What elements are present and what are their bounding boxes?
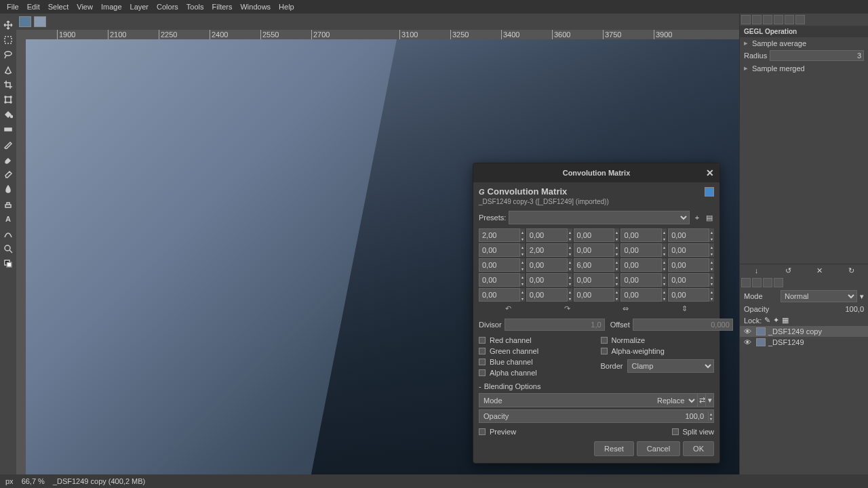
rect-select-tool-icon[interactable] — [1, 33, 15, 47]
spinner-icon[interactable]: ▴▾ — [614, 273, 619, 287]
spinner-icon[interactable]: ▴▾ — [520, 273, 525, 287]
bucket-fill-tool-icon[interactable] — [1, 108, 15, 121]
unit-selector[interactable]: px — [5, 477, 14, 485]
panel-tab-icon[interactable] — [774, 15, 783, 24]
opacity-spinner[interactable]: ▴▾ — [708, 411, 713, 421]
matrix-input[interactable] — [668, 258, 709, 272]
opacity-value[interactable]: 100,0 — [781, 305, 864, 313]
layer-delete-icon[interactable]: ✕ — [815, 266, 825, 275]
fuzzy-select-tool-icon[interactable] — [1, 63, 15, 77]
rotate-right-icon[interactable]: ↷ — [564, 304, 570, 313]
spinner-icon[interactable]: ▴▾ — [662, 228, 667, 242]
preset-add-icon[interactable]: + — [692, 213, 702, 222]
matrix-input[interactable] — [526, 288, 568, 302]
visibility-icon[interactable]: 👁 — [744, 327, 753, 336]
visibility-icon[interactable]: 👁 — [744, 338, 753, 346]
spinner-icon[interactable]: ▴▾ — [520, 258, 525, 272]
lasso-tool-icon[interactable] — [1, 48, 15, 62]
menu-colors[interactable]: Colors — [153, 1, 182, 12]
close-icon[interactable]: ✕ — [706, 167, 714, 178]
menu-windows[interactable]: Windows — [236, 1, 275, 12]
spinner-icon[interactable]: ▴▾ — [662, 273, 667, 287]
zoom-tool-icon[interactable] — [1, 242, 15, 256]
canvas-thumb-icon[interactable] — [34, 16, 46, 27]
matrix-input[interactable] — [574, 288, 615, 302]
lock-position-icon[interactable]: ✦ — [773, 316, 779, 325]
menu-help[interactable]: Help — [275, 1, 298, 12]
matrix-input[interactable] — [479, 288, 520, 302]
menu-file[interactable]: File — [3, 1, 23, 12]
lock-pixels-icon[interactable]: ✎ — [764, 316, 770, 325]
ok-button[interactable]: OK — [683, 441, 714, 456]
green-channel-checkbox[interactable] — [479, 348, 486, 354]
blend-opacity-row[interactable]: Opacity 100,0 ▴▾ — [479, 409, 714, 423]
text-tool-icon[interactable]: A — [1, 212, 15, 226]
radius-input[interactable] — [770, 50, 864, 61]
matrix-input[interactable] — [574, 228, 615, 242]
layer-reset-icon[interactable]: ↺ — [783, 266, 793, 275]
eraser-tool-icon[interactable] — [1, 167, 15, 181]
matrix-input[interactable] — [526, 258, 568, 272]
menu-filters[interactable]: Filters — [208, 1, 237, 12]
rotate-left-icon[interactable]: ↶ — [505, 304, 511, 313]
dialog-titlebar[interactable]: Convolution Matrix ✕ — [473, 163, 719, 182]
menu-tools[interactable]: Tools — [182, 1, 208, 12]
spinner-icon[interactable]: ▴▾ — [662, 243, 667, 257]
layers-tab-icon[interactable] — [741, 278, 751, 287]
blue-channel-checkbox[interactable] — [479, 359, 486, 365]
brush-tool-icon[interactable] — [1, 152, 15, 166]
matrix-input[interactable] — [620, 243, 662, 257]
matrix-input[interactable] — [479, 228, 520, 242]
spinner-icon[interactable]: ▴▾ — [709, 288, 714, 302]
panel-tab-icon[interactable] — [763, 15, 772, 24]
matrix-input[interactable] — [526, 243, 568, 257]
spinner-icon[interactable]: ▴▾ — [568, 288, 572, 302]
presets-select[interactable] — [509, 211, 690, 224]
path-tool-icon[interactable] — [1, 227, 15, 241]
matrix-input[interactable] — [479, 243, 520, 257]
blend-switch-icon[interactable]: ⇄ — [697, 394, 705, 407]
spinner-icon[interactable]: ▴▾ — [520, 228, 525, 242]
transform-tool-icon[interactable] — [1, 93, 15, 106]
spinner-icon[interactable]: ▴▾ — [520, 288, 525, 302]
menu-edit[interactable]: Edit — [23, 1, 44, 12]
spinner-icon[interactable]: ▴▾ — [520, 243, 525, 257]
divisor-input[interactable] — [505, 319, 605, 331]
matrix-input[interactable] — [620, 228, 662, 242]
border-select[interactable]: Clamp — [627, 359, 714, 373]
lock-alpha-icon[interactable]: ▦ — [782, 316, 789, 325]
spinner-icon[interactable]: ▴▾ — [709, 273, 714, 287]
collapse-icon[interactable]: - — [479, 382, 481, 390]
spinner-icon[interactable]: ▴▾ — [614, 258, 619, 272]
cancel-button[interactable]: Cancel — [637, 441, 680, 456]
mode-extra-icon[interactable]: ▾ — [860, 292, 864, 301]
color-swatch-icon[interactable] — [1, 257, 15, 270]
pencil-tool-icon[interactable] — [1, 138, 15, 151]
split-view-checkbox[interactable] — [672, 428, 679, 435]
undo-tab-icon[interactable] — [774, 278, 783, 287]
layer-new-icon[interactable]: ↓ — [751, 266, 761, 275]
matrix-input[interactable] — [479, 273, 520, 287]
flip-v-icon[interactable]: ⇕ — [682, 304, 688, 313]
matrix-input[interactable] — [526, 273, 568, 287]
spinner-icon[interactable]: ▴▾ — [568, 243, 572, 257]
preview-color-icon[interactable] — [705, 187, 714, 197]
matrix-input[interactable] — [479, 258, 520, 272]
menu-layer[interactable]: Layer — [126, 1, 153, 12]
red-channel-checkbox[interactable] — [479, 337, 486, 344]
menu-select[interactable]: Select — [44, 1, 73, 12]
gradient-tool-icon[interactable] — [1, 123, 15, 136]
spinner-icon[interactable]: ▴▾ — [662, 258, 667, 272]
channels-tab-icon[interactable] — [752, 278, 762, 287]
matrix-input[interactable] — [620, 273, 662, 287]
move-tool-icon[interactable] — [1, 18, 15, 32]
canvas-thumb-icon[interactable] — [19, 16, 31, 27]
normalize-checkbox[interactable] — [601, 337, 608, 344]
panel-tab-icon[interactable] — [741, 15, 751, 24]
zoom-display[interactable]: 66,7 % — [22, 477, 45, 485]
spinner-icon[interactable]: ▴▾ — [709, 258, 714, 272]
matrix-input[interactable] — [574, 258, 615, 272]
preset-menu-icon[interactable]: ▤ — [705, 213, 714, 222]
spinner-icon[interactable]: ▴▾ — [614, 243, 619, 257]
menu-image[interactable]: Image — [97, 1, 126, 12]
